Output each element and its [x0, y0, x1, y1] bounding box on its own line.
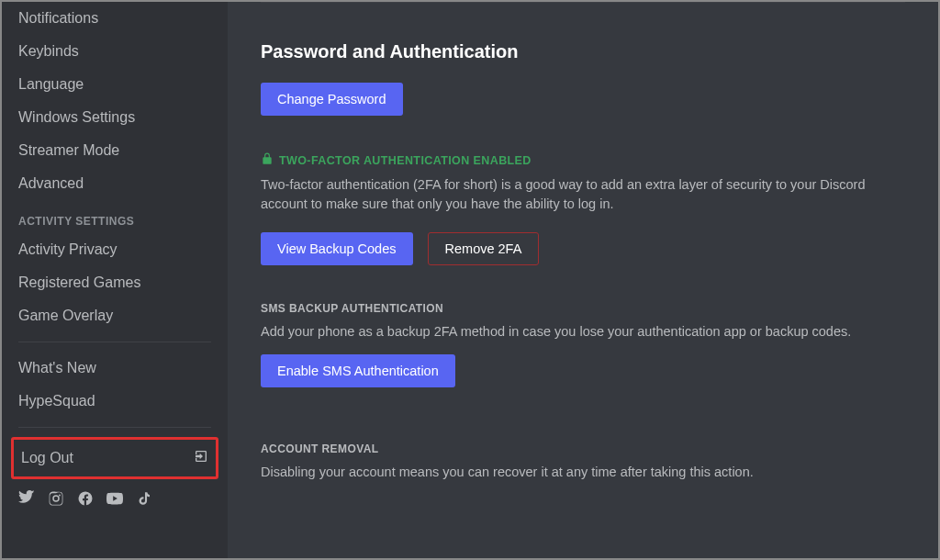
twofa-description: Two-factor authentication (2FA for short…: [261, 175, 903, 214]
sidebar-separator: [18, 342, 211, 342]
sidebar-item-label: Registered Games: [18, 274, 140, 291]
account-removal-header: Account Removal: [261, 442, 905, 455]
social-links-row: [11, 479, 218, 514]
section-title-password-auth: Password and Authentication: [261, 41, 905, 62]
sidebar-item-hypesquad[interactable]: HypeSquad: [11, 386, 218, 416]
sidebar-item-label: Advanced: [18, 175, 84, 192]
sidebar-item-streamer-mode[interactable]: Streamer Mode: [11, 136, 218, 165]
twofa-button-row: View Backup Codes Remove 2FA: [261, 232, 905, 265]
sidebar-item-label: Windows Settings: [18, 109, 135, 126]
sidebar-item-label: Keybinds: [18, 43, 79, 60]
sidebar-item-keybinds[interactable]: Keybinds: [11, 37, 218, 66]
youtube-icon[interactable]: [106, 490, 123, 510]
settings-sidebar: Notifications Keybinds Language Windows …: [2, 2, 228, 558]
lock-icon: [261, 152, 274, 168]
main-top-divider: [261, 2, 905, 3]
sidebar-item-windows-settings[interactable]: Windows Settings: [11, 103, 218, 132]
sidebar-item-label: Notifications: [18, 10, 98, 27]
view-backup-codes-button[interactable]: View Backup Codes: [261, 232, 413, 265]
sidebar-separator: [18, 427, 211, 428]
sidebar-item-notifications[interactable]: Notifications: [11, 4, 218, 33]
tiktok-icon[interactable]: [136, 490, 152, 510]
instagram-icon[interactable]: [48, 490, 64, 510]
sidebar-item-label: Activity Privacy: [18, 241, 118, 258]
settings-main: Password and Authentication Change Passw…: [228, 2, 938, 558]
twofa-enabled-header: Two-Factor Authentication Enabled: [261, 152, 905, 168]
sidebar-item-label: Language: [18, 76, 84, 93]
sms-backup-header: SMS Backup Authentication: [261, 302, 905, 315]
sidebar-item-label: Game Overlay: [18, 308, 113, 324]
sidebar-item-logout[interactable]: Log Out: [19, 442, 210, 475]
twitter-icon[interactable]: [18, 490, 35, 510]
sidebar-item-language[interactable]: Language: [11, 70, 218, 99]
sidebar-item-activity-privacy[interactable]: Activity Privacy: [11, 235, 218, 264]
sidebar-item-label: Streamer Mode: [18, 142, 119, 159]
twofa-enabled-label: Two-Factor Authentication Enabled: [279, 154, 532, 167]
sidebar-header-activity: Activity Settings: [11, 200, 218, 233]
sidebar-item-label: What's New: [18, 360, 96, 376]
logout-highlight-box: Log Out: [11, 437, 218, 479]
sms-backup-section: SMS Backup Authentication Add your phone…: [261, 302, 905, 387]
sidebar-item-game-overlay[interactable]: Game Overlay: [11, 301, 218, 330]
change-password-button[interactable]: Change Password: [261, 83, 403, 116]
sidebar-item-advanced[interactable]: Advanced: [11, 169, 218, 198]
remove-2fa-button[interactable]: Remove 2FA: [428, 232, 540, 265]
logout-icon: [194, 449, 208, 467]
sms-backup-description: Add your phone as a backup 2FA method in…: [261, 322, 903, 342]
sidebar-item-label: HypeSquad: [18, 393, 95, 409]
enable-sms-auth-button[interactable]: Enable SMS Authentication: [261, 354, 455, 387]
logout-label: Log Out: [21, 450, 73, 466]
facebook-icon[interactable]: [77, 490, 94, 510]
sidebar-item-registered-games[interactable]: Registered Games: [11, 268, 218, 297]
account-removal-section: Account Removal Disabling your account m…: [261, 442, 905, 482]
sidebar-item-whats-new[interactable]: What's New: [11, 353, 218, 383]
account-removal-description: Disabling your account means you can rec…: [261, 463, 903, 482]
twofa-section: Two-Factor Authentication Enabled Two-fa…: [261, 152, 905, 265]
